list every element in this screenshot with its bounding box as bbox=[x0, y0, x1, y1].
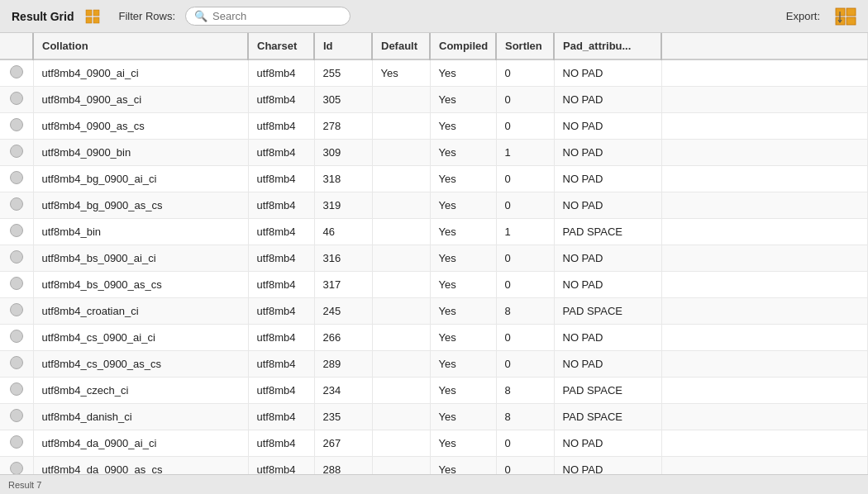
table-row[interactable]: utf8mb4_0900_as_csutf8mb4278Yes0NO PAD bbox=[0, 113, 868, 140]
cell-charset: utf8mb4 bbox=[248, 378, 314, 404]
table-row[interactable]: utf8mb4_danish_ciutf8mb4235Yes8PAD SPACE bbox=[0, 404, 868, 430]
cell-extra bbox=[661, 192, 868, 219]
cell-pad_attrib: NO PAD bbox=[554, 59, 661, 87]
cell-charset: utf8mb4 bbox=[248, 351, 314, 378]
cell-id: 46 bbox=[314, 219, 372, 245]
cell-default bbox=[372, 245, 430, 272]
table-row[interactable]: utf8mb4_bs_0900_ai_ciutf8mb4316Yes0NO PA… bbox=[0, 245, 868, 272]
cell-sortlen: 0 bbox=[496, 113, 554, 140]
table-row[interactable]: utf8mb4_da_0900_as_csutf8mb4288Yes0NO PA… bbox=[0, 457, 868, 475]
cell-id: 316 bbox=[314, 245, 372, 272]
cell-extra bbox=[661, 457, 868, 475]
row-icon bbox=[10, 118, 23, 131]
cell-sortlen: 0 bbox=[496, 192, 554, 219]
cell-id: 319 bbox=[314, 192, 372, 219]
cell-extra bbox=[661, 378, 868, 404]
cell-sortlen: 0 bbox=[496, 59, 554, 87]
cell-compiled: Yes bbox=[430, 192, 496, 219]
cell-sortlen: 0 bbox=[496, 430, 554, 457]
cell-sortlen: 0 bbox=[496, 351, 554, 378]
cell-collation: utf8mb4_da_0900_ai_ci bbox=[33, 430, 248, 457]
search-input[interactable] bbox=[212, 10, 336, 22]
cell-collation: utf8mb4_0900_as_cs bbox=[33, 113, 248, 140]
grid-layout-icon[interactable] bbox=[83, 7, 102, 26]
cell-collation: utf8mb4_danish_ci bbox=[33, 404, 248, 430]
cell-default: Yes bbox=[372, 59, 430, 87]
table-row[interactable]: utf8mb4_bg_0900_as_csutf8mb4319Yes0NO PA… bbox=[0, 192, 868, 219]
col-header-pad-attrib[interactable]: Pad_attribu... bbox=[554, 33, 661, 59]
export-icon[interactable] bbox=[835, 7, 856, 26]
cell-default bbox=[372, 87, 430, 113]
col-header-charset[interactable]: Charset bbox=[248, 33, 314, 59]
result-table: Collation Charset Id Default Compiled So… bbox=[0, 33, 868, 474]
cell-charset: utf8mb4 bbox=[248, 166, 314, 192]
cell-compiled: Yes bbox=[430, 245, 496, 272]
cell-compiled: Yes bbox=[430, 272, 496, 298]
cell-sortlen: 8 bbox=[496, 404, 554, 430]
table-row[interactable]: utf8mb4_0900_ai_ciutf8mb4255YesYes0NO PA… bbox=[0, 59, 868, 87]
row-icon bbox=[10, 356, 23, 369]
row-icon-cell bbox=[0, 404, 33, 430]
cell-extra bbox=[661, 140, 868, 166]
cell-collation: utf8mb4_0900_ai_ci bbox=[33, 59, 248, 87]
table-row[interactable]: utf8mb4_bs_0900_as_csutf8mb4317Yes0NO PA… bbox=[0, 272, 868, 298]
table-row[interactable]: utf8mb4_0900_as_ciutf8mb4305Yes0NO PAD bbox=[0, 87, 868, 113]
status-label: Result 7 bbox=[8, 480, 41, 490]
cell-collation: utf8mb4_da_0900_as_cs bbox=[33, 457, 248, 475]
cell-sortlen: 0 bbox=[496, 87, 554, 113]
cell-charset: utf8mb4 bbox=[248, 59, 314, 87]
col-header-compiled[interactable]: Compiled bbox=[430, 33, 496, 59]
row-icon-cell bbox=[0, 113, 33, 140]
cell-extra bbox=[661, 245, 868, 272]
cell-compiled: Yes bbox=[430, 298, 496, 325]
cell-collation: utf8mb4_0900_as_ci bbox=[33, 87, 248, 113]
cell-id: 235 bbox=[314, 404, 372, 430]
cell-compiled: Yes bbox=[430, 325, 496, 351]
row-icon bbox=[10, 224, 23, 237]
col-header-sortlen[interactable]: Sortlen bbox=[496, 33, 554, 59]
cell-sortlen: 1 bbox=[496, 140, 554, 166]
search-icon: 🔍 bbox=[194, 10, 207, 22]
cell-pad_attrib: NO PAD bbox=[554, 325, 661, 351]
cell-charset: utf8mb4 bbox=[248, 325, 314, 351]
cell-id: 245 bbox=[314, 298, 372, 325]
cell-pad_attrib: NO PAD bbox=[554, 430, 661, 457]
row-icon bbox=[10, 197, 23, 211]
cell-pad_attrib: NO PAD bbox=[554, 113, 661, 140]
cell-charset: utf8mb4 bbox=[248, 457, 314, 475]
cell-compiled: Yes bbox=[430, 87, 496, 113]
filter-rows-label: Filter Rows: bbox=[118, 10, 175, 22]
table-row[interactable]: utf8mb4_cs_0900_ai_ciutf8mb4266Yes0NO PA… bbox=[0, 325, 868, 351]
cell-default bbox=[372, 113, 430, 140]
table-row[interactable]: utf8mb4_cs_0900_as_csutf8mb4289Yes0NO PA… bbox=[0, 351, 868, 378]
cell-pad_attrib: NO PAD bbox=[554, 351, 661, 378]
cell-collation: utf8mb4_bs_0900_as_cs bbox=[33, 272, 248, 298]
table-row[interactable]: utf8mb4_croatian_ciutf8mb4245Yes8PAD SPA… bbox=[0, 298, 868, 325]
col-header-id[interactable]: Id bbox=[314, 33, 372, 59]
cell-charset: utf8mb4 bbox=[248, 219, 314, 245]
table-row[interactable]: utf8mb4_da_0900_ai_ciutf8mb4267Yes0NO PA… bbox=[0, 430, 868, 457]
svg-rect-3 bbox=[93, 17, 99, 23]
cell-extra bbox=[661, 166, 868, 192]
result-grid-title: Result Grid bbox=[12, 10, 74, 23]
cell-pad_attrib: NO PAD bbox=[554, 192, 661, 219]
svg-rect-5 bbox=[847, 8, 856, 16]
search-box[interactable]: 🔍 bbox=[185, 7, 351, 26]
cell-id: 266 bbox=[314, 325, 372, 351]
col-header-collation[interactable]: Collation bbox=[33, 33, 248, 59]
table-row[interactable]: utf8mb4_0900_binutf8mb4309Yes1NO PAD bbox=[0, 140, 868, 166]
table-row[interactable]: utf8mb4_bg_0900_ai_ciutf8mb4318Yes0NO PA… bbox=[0, 166, 868, 192]
col-header-default[interactable]: Default bbox=[372, 33, 430, 59]
cell-compiled: Yes bbox=[430, 219, 496, 245]
row-icon bbox=[10, 462, 23, 474]
cell-collation: utf8mb4_0900_bin bbox=[33, 140, 248, 166]
cell-pad_attrib: PAD SPACE bbox=[554, 404, 661, 430]
cell-extra bbox=[661, 298, 868, 325]
cell-compiled: Yes bbox=[430, 457, 496, 475]
table-row[interactable]: utf8mb4_czech_ciutf8mb4234Yes8PAD SPACE bbox=[0, 378, 868, 404]
cell-sortlen: 0 bbox=[496, 325, 554, 351]
row-icon-cell bbox=[0, 59, 33, 87]
cell-compiled: Yes bbox=[430, 404, 496, 430]
cell-compiled: Yes bbox=[430, 140, 496, 166]
table-row[interactable]: utf8mb4_binutf8mb446Yes1PAD SPACE bbox=[0, 219, 868, 245]
